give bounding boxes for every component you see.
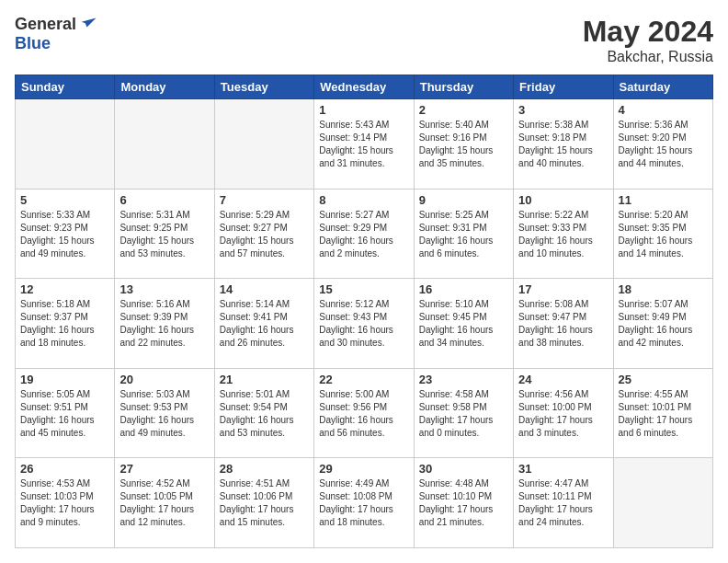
calendar-cell: 6Sunrise: 5:31 AMSunset: 9:25 PMDaylight… [115,189,214,279]
cell-content: Sunrise: 5:40 AMSunset: 9:16 PMDaylight:… [419,119,508,170]
logo-blue-text: Blue [15,34,51,53]
calendar-cell: 31Sunrise: 4:47 AMSunset: 10:11 PMDaylig… [514,458,613,548]
col-tuesday: Tuesday [214,75,313,99]
calendar-cell: 3Sunrise: 5:38 AMSunset: 9:18 PMDaylight… [514,99,613,190]
calendar-table: Sunday Monday Tuesday Wednesday Thursday… [15,75,713,548]
calendar-cell: 2Sunrise: 5:40 AMSunset: 9:16 PMDaylight… [414,99,513,190]
day-number: 30 [419,462,508,476]
cell-content: Sunrise: 5:07 AMSunset: 9:49 PMDaylight:… [619,298,708,350]
calendar-cell: 30Sunrise: 4:48 AMSunset: 10:10 PMDaylig… [414,458,513,548]
calendar-cell: 4Sunrise: 5:36 AMSunset: 9:20 PMDaylight… [613,99,712,190]
calendar-cell: 1Sunrise: 5:43 AMSunset: 9:14 PMDaylight… [314,99,414,190]
cell-content: Sunrise: 4:55 AMSunset: 10:01 PMDaylight… [619,388,708,440]
day-number: 25 [619,373,708,386]
day-number: 26 [20,462,109,476]
cell-content: Sunrise: 5:10 AMSunset: 9:45 PMDaylight:… [419,298,508,350]
cell-content: Sunrise: 5:20 AMSunset: 9:35 PMDaylight:… [619,209,708,260]
calendar-cell: 10Sunrise: 5:22 AMSunset: 9:33 PMDayligh… [514,189,613,279]
day-number: 4 [619,103,708,117]
col-saturday: Saturday [613,75,712,99]
calendar-cell: 8Sunrise: 5:27 AMSunset: 9:29 PMDaylight… [314,189,414,279]
calendar-cell: 20Sunrise: 5:03 AMSunset: 9:53 PMDayligh… [115,368,214,458]
calendar-week-row: 5Sunrise: 5:33 AMSunset: 9:23 PMDaylight… [16,189,713,279]
calendar-cell: 7Sunrise: 5:29 AMSunset: 9:27 PMDaylight… [214,189,313,279]
cell-content: Sunrise: 5:00 AMSunset: 9:56 PMDaylight:… [319,388,408,440]
calendar-cell [115,99,214,190]
cell-content: Sunrise: 5:27 AMSunset: 9:29 PMDaylight:… [319,209,408,260]
day-number: 5 [20,193,109,207]
cell-content: Sunrise: 4:48 AMSunset: 10:10 PMDaylight… [419,477,508,529]
calendar-cell: 29Sunrise: 4:49 AMSunset: 10:08 PMDaylig… [314,458,414,548]
cell-content: Sunrise: 5:12 AMSunset: 9:43 PMDaylight:… [319,298,408,350]
cell-content: Sunrise: 4:47 AMSunset: 10:11 PMDaylight… [518,477,608,529]
calendar-cell: 13Sunrise: 5:16 AMSunset: 9:39 PMDayligh… [115,279,214,369]
calendar-cell: 28Sunrise: 4:51 AMSunset: 10:06 PMDaylig… [214,458,313,548]
day-number: 13 [119,282,209,296]
logo: General Blue [15,15,98,53]
day-number: 28 [220,462,309,476]
cell-content: Sunrise: 4:49 AMSunset: 10:08 PMDaylight… [319,477,408,529]
day-number: 18 [619,282,708,296]
calendar-week-row: 26Sunrise: 4:53 AMSunset: 10:03 PMDaylig… [16,458,713,548]
calendar-cell: 16Sunrise: 5:10 AMSunset: 9:45 PMDayligh… [414,279,513,369]
calendar-cell: 25Sunrise: 4:55 AMSunset: 10:01 PMDaylig… [613,368,712,458]
calendar-cell: 21Sunrise: 5:01 AMSunset: 9:54 PMDayligh… [214,368,313,458]
day-number: 11 [619,193,708,207]
day-number: 21 [220,373,309,386]
calendar-cell: 19Sunrise: 5:05 AMSunset: 9:51 PMDayligh… [16,368,115,458]
day-number: 12 [20,282,109,296]
day-number: 23 [419,373,508,386]
calendar-cell: 9Sunrise: 5:25 AMSunset: 9:31 PMDaylight… [414,189,513,279]
cell-content: Sunrise: 5:38 AMSunset: 9:18 PMDaylight:… [518,119,608,170]
col-friday: Friday [514,75,613,99]
col-monday: Monday [115,75,214,99]
calendar-cell: 18Sunrise: 5:07 AMSunset: 9:49 PMDayligh… [613,279,712,369]
calendar-week-row: 12Sunrise: 5:18 AMSunset: 9:37 PMDayligh… [16,279,713,369]
col-thursday: Thursday [414,75,513,99]
day-number: 8 [319,193,408,207]
day-number: 17 [518,282,608,296]
calendar-cell: 26Sunrise: 4:53 AMSunset: 10:03 PMDaylig… [16,458,115,548]
logo-general-text: General [15,15,76,34]
cell-content: Sunrise: 5:16 AMSunset: 9:39 PMDaylight:… [119,298,209,350]
cell-content: Sunrise: 5:43 AMSunset: 9:14 PMDaylight:… [319,119,408,170]
cell-content: Sunrise: 5:36 AMSunset: 9:20 PMDaylight:… [619,119,708,170]
logo-bird-icon [80,16,98,34]
col-wednesday: Wednesday [314,75,414,99]
cell-content: Sunrise: 5:25 AMSunset: 9:31 PMDaylight:… [419,209,508,260]
calendar-cell: 23Sunrise: 4:58 AMSunset: 9:58 PMDayligh… [414,368,513,458]
cell-content: Sunrise: 5:29 AMSunset: 9:27 PMDaylight:… [220,209,309,260]
day-number: 29 [319,462,408,476]
day-number: 3 [518,103,608,117]
cell-content: Sunrise: 5:22 AMSunset: 9:33 PMDaylight:… [518,209,608,260]
title-block: May 2024 Bakchar, Russia [583,15,713,65]
calendar-cell [613,458,712,548]
col-sunday: Sunday [16,75,115,99]
day-number: 19 [20,373,109,386]
calendar-cell: 22Sunrise: 5:00 AMSunset: 9:56 PMDayligh… [314,368,414,458]
calendar-cell: 14Sunrise: 5:14 AMSunset: 9:41 PMDayligh… [214,279,313,369]
calendar-header-row: Sunday Monday Tuesday Wednesday Thursday… [16,75,713,99]
day-number: 6 [119,193,209,207]
day-number: 10 [518,193,608,207]
cell-content: Sunrise: 4:58 AMSunset: 9:58 PMDaylight:… [419,388,508,440]
day-number: 2 [419,103,508,117]
header: General Blue May 2024 Bakchar, Russia [15,15,713,65]
calendar-week-row: 1Sunrise: 5:43 AMSunset: 9:14 PMDaylight… [16,99,713,190]
calendar-cell [16,99,115,190]
day-number: 27 [119,462,209,476]
calendar-cell [214,99,313,190]
cell-content: Sunrise: 5:18 AMSunset: 9:37 PMDaylight:… [20,298,109,350]
page: General Blue May 2024 Bakchar, Russia Su… [0,0,728,563]
calendar-cell: 27Sunrise: 4:52 AMSunset: 10:05 PMDaylig… [115,458,214,548]
cell-content: Sunrise: 5:03 AMSunset: 9:53 PMDaylight:… [119,388,209,440]
calendar-cell: 11Sunrise: 5:20 AMSunset: 9:35 PMDayligh… [613,189,712,279]
day-number: 22 [319,373,408,386]
cell-content: Sunrise: 4:56 AMSunset: 10:00 PMDaylight… [518,388,608,440]
day-number: 9 [419,193,508,207]
cell-content: Sunrise: 5:08 AMSunset: 9:47 PMDaylight:… [518,298,608,350]
day-number: 16 [419,282,508,296]
day-number: 31 [518,462,608,476]
day-number: 20 [119,373,209,386]
cell-content: Sunrise: 5:01 AMSunset: 9:54 PMDaylight:… [220,388,309,440]
